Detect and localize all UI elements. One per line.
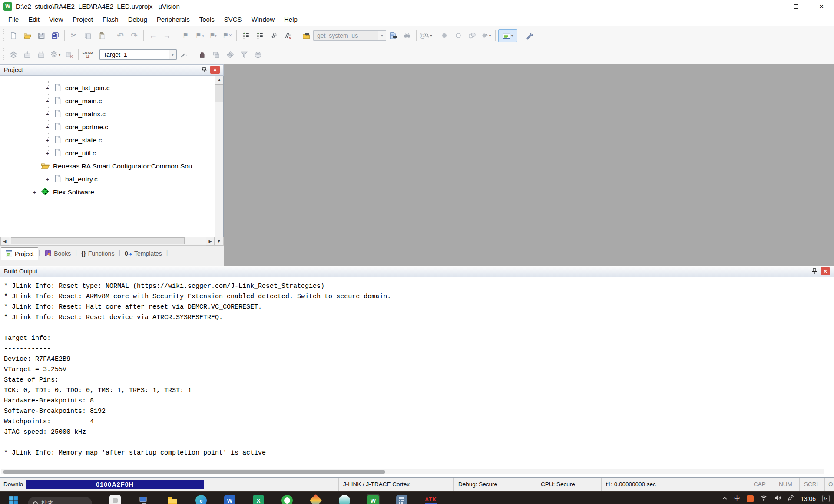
menu-debug[interactable]: Debug: [123, 13, 152, 26]
windows-view-button[interactable]: ▾: [498, 29, 517, 42]
taskbar-app-widgets[interactable]: [109, 495, 121, 504]
tray-show-hidden-icons[interactable]: [722, 494, 728, 502]
windows-view-caret-icon[interactable]: ▾: [511, 33, 513, 38]
tray-volume-icon[interactable]: [774, 494, 781, 503]
menu-peripherals[interactable]: Peripherals: [152, 13, 195, 26]
search-dropdown-icon[interactable]: ▾: [378, 31, 386, 40]
new-file-button[interactable]: [7, 29, 20, 42]
filter-windows-button[interactable]: [238, 48, 251, 61]
save-all-button[interactable]: [49, 29, 62, 42]
taskbar-search-box[interactable]: 搜索: [28, 497, 92, 504]
pin-icon[interactable]: [200, 66, 208, 74]
tree-vertical-scrollbar[interactable]: ▲: [215, 76, 223, 237]
search-combobox[interactable]: get_system_us ▾: [313, 30, 386, 41]
save-button[interactable]: [35, 29, 48, 42]
toolbar-gripper[interactable]: [2, 48, 5, 61]
tree-horizontal-scrollbar[interactable]: ◀ ▶ ▼: [0, 237, 224, 246]
taskbar-app-word[interactable]: W: [224, 495, 235, 504]
comment-button[interactable]: [267, 29, 280, 42]
configure-button[interactable]: [523, 29, 536, 42]
tree-item-core-list-join-c[interactable]: +core_list_join.c: [45, 82, 110, 95]
build-output-hscrollbar[interactable]: [1, 469, 824, 474]
taskbar-app-atk[interactable]: ATK: [425, 496, 437, 504]
menu-project[interactable]: Project: [68, 13, 98, 26]
tree-expand-toggle[interactable]: +: [45, 86, 50, 91]
maximize-button[interactable]: [784, 0, 809, 13]
build-output-close-button[interactable]: ✕: [821, 267, 830, 275]
previous-bookmark-button[interactable]: ⚑◂: [193, 29, 206, 42]
build-button[interactable]: [21, 48, 34, 61]
kill-all-breakpoints-button[interactable]: ▾: [480, 29, 493, 42]
tree-item-core-matrix-c[interactable]: +core_matrix.c: [45, 108, 106, 121]
disable-all-breakpoints-button[interactable]: [466, 29, 479, 42]
taskbar-app-design-tool[interactable]: [309, 494, 322, 504]
tree-item-hal-entry-c[interactable]: +hal_entry.c: [45, 173, 98, 186]
lookup-symbol-caret-icon[interactable]: ▾: [430, 33, 432, 38]
taskbar-app-this-pc[interactable]: [138, 495, 149, 504]
tray-notification-icon[interactable]: G: [822, 495, 830, 502]
tree-item-core-portme-c[interactable]: +core_portme.c: [45, 121, 108, 134]
taskbar-app-uvision-active[interactable]: W: [367, 494, 380, 504]
taskbar-app-browser-360[interactable]: [281, 495, 293, 504]
manage-project-items-button[interactable]: [196, 48, 209, 61]
tree-item-flex-software[interactable]: +Flex Software: [32, 186, 94, 199]
batch-build-caret-icon[interactable]: ▾: [59, 53, 61, 57]
taskbar-app-excel[interactable]: X: [253, 495, 264, 504]
navigate-forward-button[interactable]: →: [160, 29, 173, 42]
scroll-up-icon[interactable]: ▲: [215, 76, 224, 84]
toggle-breakpoint-button[interactable]: [438, 29, 451, 42]
tree-item-core-util-c[interactable]: +core_util.c: [45, 147, 96, 160]
indent-button[interactable]: [239, 29, 252, 42]
tree-vscroll-thumb[interactable]: [215, 84, 224, 102]
minimize-button[interactable]: —: [758, 0, 784, 13]
tree-hscroll-thumb[interactable]: [11, 237, 185, 244]
navigate-back-button[interactable]: ←: [146, 29, 159, 42]
tree-item-core-state-c[interactable]: +core_state.c: [45, 134, 102, 147]
unindent-button[interactable]: [253, 29, 266, 42]
redo-button[interactable]: ↷: [128, 29, 141, 42]
taskbar-app-calculator[interactable]: [396, 495, 407, 504]
tree-expand-toggle[interactable]: +: [45, 151, 50, 156]
scroll-left-icon[interactable]: ◀: [0, 237, 9, 246]
menu-view[interactable]: View: [44, 13, 68, 26]
batch-build-button[interactable]: ▾: [49, 48, 62, 61]
tree-item-core-main-c[interactable]: +core_main.c: [45, 95, 102, 108]
tray-pen-icon[interactable]: [788, 494, 794, 503]
manage-runtime-environment-button[interactable]: [210, 48, 223, 61]
tray-ime-indicator[interactable]: 中: [734, 494, 740, 503]
scroll-right-icon[interactable]: ▶: [206, 237, 215, 246]
uncomment-button[interactable]: [281, 29, 294, 42]
tree-expand-toggle[interactable]: +: [45, 138, 50, 143]
tree-expand-toggle[interactable]: +: [45, 125, 50, 130]
translate-button[interactable]: [7, 48, 20, 61]
build-output-hscroll-thumb[interactable]: [3, 470, 385, 474]
tab-functions[interactable]: {}Functions: [77, 247, 119, 260]
find-in-files-button[interactable]: [300, 29, 313, 42]
copy-button[interactable]: [81, 29, 94, 42]
tab-books[interactable]: ?Books: [40, 247, 75, 260]
menu-svcs[interactable]: SVCS: [219, 13, 247, 26]
tree-expand-toggle[interactable]: +: [32, 190, 37, 195]
project-panel-close-button[interactable]: ✕: [210, 66, 220, 74]
tray-network-icon[interactable]: [760, 494, 768, 503]
build-output-content[interactable]: * JLink Info: Reset type: NORMAL (https:…: [0, 277, 834, 478]
menu-tools[interactable]: Tools: [195, 13, 219, 26]
start-button[interactable]: [8, 495, 19, 504]
find-button[interactable]: [400, 29, 414, 42]
lookup-symbol-button[interactable]: @ ▾: [419, 29, 432, 42]
menu-flash[interactable]: Flash: [98, 13, 123, 26]
undo-button[interactable]: ↶: [114, 29, 127, 42]
cut-button[interactable]: ✂: [67, 29, 80, 42]
menu-edit[interactable]: Edit: [23, 13, 44, 26]
pin-icon[interactable]: [810, 267, 819, 275]
rebuild-button[interactable]: [35, 48, 48, 61]
kill-breakpoints-caret-icon[interactable]: ▾: [489, 33, 491, 38]
select-software-packs-button[interactable]: [224, 48, 237, 61]
options-for-target-button[interactable]: [177, 48, 190, 61]
tree-expand-toggle[interactable]: -: [32, 164, 37, 169]
enable-disable-breakpoint-button[interactable]: [452, 29, 465, 42]
open-file-button[interactable]: [21, 29, 34, 42]
taskbar-app-teal-tool[interactable]: [339, 495, 350, 504]
toolbar-gripper[interactable]: [2, 29, 5, 42]
next-bookmark-button[interactable]: ⚑▸: [207, 29, 220, 42]
